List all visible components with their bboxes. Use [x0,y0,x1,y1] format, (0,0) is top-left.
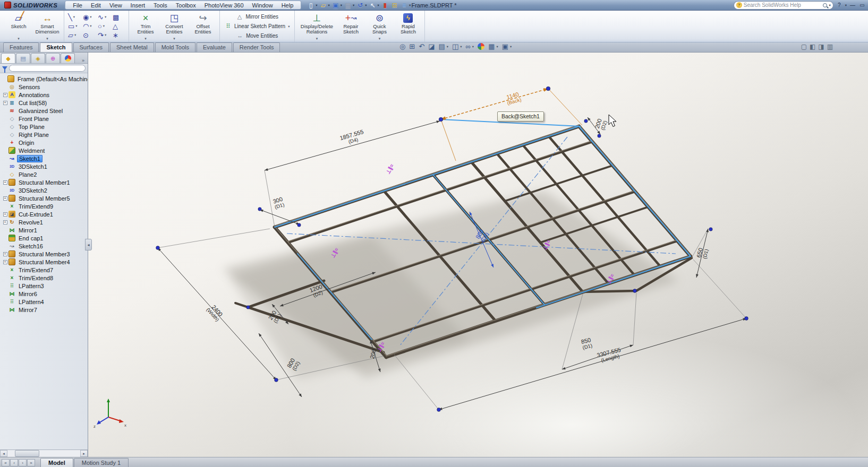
circle-tool[interactable]: ◉▾ [82,13,96,22]
expander-icon[interactable]: + [2,92,8,97]
linear-pattern-caret-icon[interactable]: ▾ [288,24,290,29]
minimize-button[interactable]: — [849,2,856,9]
menu-file[interactable]: File [69,2,87,8]
new-document-icon-caret[interactable]: ▾ [316,3,317,7]
move-entities-button[interactable]: ↔ Move Entities [234,32,280,40]
viewport-split-vertical-icon[interactable]: ◨ [818,44,824,50]
help-caret-icon[interactable]: ▾ [845,3,847,7]
tree-item-origin[interactable]: +Origin [2,139,88,146]
tree-item-mirror6[interactable]: ⋈Mirror6 [2,290,88,298]
sketch-caret-icon[interactable]: ▾ [18,37,20,41]
tree-item-galvanized-steel[interactable]: ≋Galvanized Steel [2,107,88,115]
tree-item-lpattern3[interactable]: ⠿LPattern3 [2,282,88,290]
select-icon[interactable]: ↖ [369,1,377,9]
ellipse-tool[interactable]: ○▾ [97,22,111,31]
sketch-pattern-tool[interactable]: ▩ [112,13,126,22]
ellipse-tool-caret[interactable]: ▾ [103,24,105,28]
rectangle-tool[interactable]: ▭▾ [67,22,81,31]
menu-edit[interactable]: Edit [87,2,105,8]
tree-item-top-plane[interactable]: ◇Top Plane [2,123,88,131]
restore-button[interactable]: ▭ [858,2,866,9]
edit-appearance-icon[interactable] [478,43,484,50]
search-caret-icon[interactable]: ▾ [829,3,830,7]
help-button[interactable]: ? [836,2,843,9]
rapid-sketch-button[interactable]: ϟ Rapid Sketch [394,12,422,41]
relation-badge[interactable]: ⊥∥= [385,163,395,175]
relations-caret-icon[interactable]: ▾ [316,37,318,41]
tree-item-structural-member5[interactable]: +Structural Member5 [2,194,88,202]
tab-scroll-next-icon[interactable]: › [19,459,27,466]
apply-scene-icon[interactable]: ▦ [488,43,495,50]
panel-tabs-overflow-icon[interactable]: » [80,58,87,63]
menu-toolbox[interactable]: Toolbox [172,2,200,8]
apply-scene-icon-caret[interactable]: ▾ [496,45,498,49]
search-icon[interactable] [823,3,827,7]
propertymanager-tab[interactable]: ▤ [16,53,30,63]
view-settings-icon-caret[interactable]: ▾ [510,45,512,49]
expander-icon[interactable]: + [2,260,8,264]
graphics-viewport[interactable]: 1857.555(D4)1140(Back)300(D1)2400(Width)… [88,53,868,457]
view-orientation-icon[interactable]: ▤ [438,43,445,50]
trim-caret-icon[interactable]: ▾ [144,37,147,41]
menu-view[interactable]: View [105,2,126,8]
study-tab-model[interactable]: Model [40,458,73,467]
menu-tools[interactable]: Tools [149,2,172,8]
tree-filter-input[interactable] [9,65,86,72]
save-icon[interactable]: ▣ [331,1,340,9]
tree-item-trim-extend9[interactable]: ×Trim/Extend9 [2,202,88,210]
tree-item-cut-list-58[interactable]: +≣Cut list(58) [2,99,88,107]
zoom-to-area-icon[interactable]: ⊞ [409,43,415,50]
convert-caret-icon[interactable]: ▾ [173,37,175,41]
spline-tool[interactable]: ∿▾ [97,13,111,22]
quick-snaps-caret-icon[interactable]: ▾ [379,37,381,41]
search-input[interactable] [744,2,822,8]
expander-icon[interactable]: + [2,252,8,256]
tree-item-right-plane[interactable]: ◇Right Plane [2,131,88,139]
tree-item-structural-member3[interactable]: +Structural Member3 [2,250,88,258]
tab-scroll-first-icon[interactable]: « [2,459,10,466]
convert-entities-button[interactable]: ◳ Convert Entities ▾ [160,12,188,41]
tree-item-3dsketch2[interactable]: 3D3DSketch2 [2,186,88,194]
rebuild-icon[interactable]: ▮ [381,1,389,9]
print-icon-caret[interactable]: ▾ [353,3,354,7]
options-icon[interactable]: ≡ [400,1,409,9]
dimension-label[interactable]: 300(D1) [272,196,285,210]
tree-item-sensors[interactable]: ◎Sensors [2,83,88,91]
menu-help[interactable]: Help [277,2,298,8]
tree-item-weldment[interactable]: Weldment [2,146,88,154]
tree-item-3dsketch1[interactable]: 3D3DSketch1 [2,162,88,170]
viewport-split-horizontal-icon[interactable]: ◧ [810,44,815,50]
scrollbar-thumb[interactable] [15,450,39,457]
dimension-label[interactable]: 1857.555(D4) [339,128,365,146]
smart-dimension-caret-icon[interactable]: ▾ [46,37,48,41]
panel-collapse-handle[interactable]: ◂ [85,239,92,250]
display-style-icon-caret[interactable]: ▾ [460,45,462,49]
slot-tool[interactable]: ▱▾ [67,31,81,40]
undo-icon-caret[interactable]: ▾ [365,3,367,7]
circle-tool-caret[interactable]: ▾ [90,15,91,19]
study-tab-motion-study-1[interactable]: Motion Study 1 [74,458,129,467]
tree-item-mirror1[interactable]: ⋈Mirror1 [2,226,88,234]
scroll-right-icon[interactable]: ▸ [80,450,88,457]
file-properties-icon[interactable]: ⊞ [390,1,399,9]
displaymanager-tab[interactable] [61,53,75,63]
zoom-to-fit-icon[interactable]: ◎ [399,43,405,50]
viewport-four-view-icon[interactable]: ▥ [827,44,833,50]
repair-sketch-button[interactable]: +↝ Repair Sketch [337,12,364,41]
rectangle-tool-caret[interactable]: ▾ [75,24,77,28]
menu-window[interactable]: Window [248,2,277,8]
linear-sketch-pattern-button[interactable]: ⠿ Linear Sketch Pattern ▾ [223,22,292,31]
viewport-canvas[interactable]: 1857.555(D4)1140(Back)300(D1)2400(Width)… [88,53,868,457]
dimension-label[interactable]: 650(D1) [695,247,709,260]
open-icon[interactable]: ▱ [319,1,328,9]
undo-icon[interactable]: ↺ [356,1,364,9]
dimxpertmanager-tab[interactable]: ⊕ [46,53,60,63]
panel-horizontal-scrollbar[interactable]: ◂ ▸ [0,449,88,457]
tree-item-revolve1[interactable]: +↻Revolve1 [2,218,88,226]
tree-item-structural-member1[interactable]: +Structural Member1 [2,178,88,186]
construction-point-tool[interactable]: ∗ [112,31,126,40]
save-icon-caret[interactable]: ▾ [341,3,342,7]
polygon-tool[interactable]: △ [112,22,126,31]
spline-tool-caret[interactable]: ▾ [105,15,106,19]
tree-item-frame-default-as-machined[interactable]: Frame (Default<As Machined>< [2,75,88,83]
